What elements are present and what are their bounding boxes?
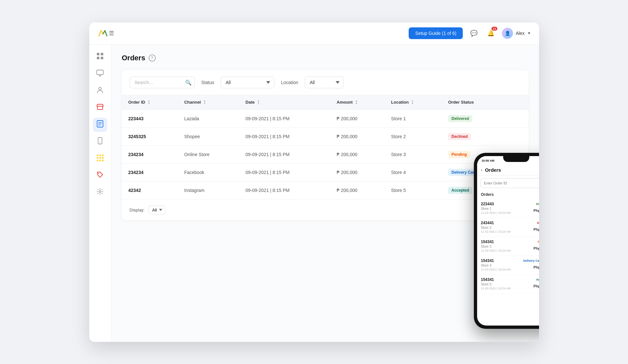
location-filter-select[interactable]: All Store 1 Store 2 Store 3 Store 4 Stor… bbox=[305, 77, 344, 88]
svg-point-15 bbox=[100, 143, 100, 143]
col-location[interactable]: Location ▲▼ bbox=[385, 95, 442, 110]
phone-search-input[interactable] bbox=[484, 181, 539, 185]
sidebar-item-tag[interactable] bbox=[93, 168, 107, 183]
cell-location: Store 2 bbox=[385, 128, 442, 146]
phone-status-badge: Delivered bbox=[534, 202, 539, 206]
sidebar-item-settings[interactable] bbox=[93, 185, 107, 200]
main-window: ☰ Setup Guide (1 of 6) 💬 🔔 11 👤 Alex ▼ bbox=[89, 22, 539, 342]
user-menu[interactable]: 👤 Alex ▼ bbox=[502, 28, 531, 39]
status-badge: Delivered bbox=[448, 115, 472, 122]
phone-status-badge: Declined bbox=[535, 221, 539, 225]
phone-order-date: 11-02-2021 | 10:24 AM bbox=[481, 249, 511, 252]
user-name-label: Alex bbox=[516, 31, 524, 36]
phone-order-amount: Php460.00 bbox=[533, 284, 539, 288]
phone-order-store: Store 1 bbox=[481, 207, 511, 211]
sidebar-item-monitor[interactable] bbox=[93, 67, 107, 81]
svg-rect-1 bbox=[97, 53, 99, 55]
col-order-id[interactable]: Order ID ▲▼ bbox=[122, 95, 178, 110]
cell-amount: ₱ 200,000 bbox=[330, 128, 385, 146]
cell-date: 09-09-2021 | 8:15 PM bbox=[239, 110, 330, 128]
phone-screen: 10:00 AM ▲ 📶 50 ‹ Orders 🔍 Order bbox=[477, 156, 539, 326]
cell-amount: ₱ 200,000 bbox=[330, 146, 385, 164]
phone-order-amount: Php120.00 bbox=[533, 227, 539, 231]
phone-list-item[interactable]: 154341 Pending Store 3 11-02-2021 | 10:2… bbox=[477, 237, 539, 256]
phone-time: 10:00 AM bbox=[482, 159, 494, 162]
svg-rect-23 bbox=[102, 157, 104, 159]
sort-icon-channel: ▲▼ bbox=[203, 100, 206, 105]
sidebar-item-orders[interactable] bbox=[93, 118, 107, 132]
app-logo bbox=[97, 27, 109, 39]
settings-icon bbox=[96, 188, 104, 197]
cell-location: Store 3 bbox=[385, 146, 442, 164]
status-badge: Pending bbox=[448, 151, 470, 158]
phone-list-item[interactable]: 154341 Accepted Store 5 11-02-2021 | 10:… bbox=[477, 275, 539, 294]
phone-order-date: 11-02-2021 | 10:24 AM bbox=[481, 287, 511, 290]
svg-point-25 bbox=[98, 173, 99, 174]
sidebar-item-user[interactable] bbox=[93, 84, 107, 98]
svg-rect-18 bbox=[97, 157, 98, 159]
table-row[interactable]: 3245325 Shopee 09-09-2021 | 8:15 PM ₱ 20… bbox=[122, 128, 529, 146]
sidebar-item-dashboard[interactable] bbox=[93, 50, 107, 64]
phone-header: ‹ Orders bbox=[477, 165, 539, 176]
menu-icon[interactable]: ☰ bbox=[109, 30, 114, 37]
phone-page-title: Orders bbox=[485, 167, 501, 173]
cell-amount: ₱ 200,000 bbox=[330, 164, 385, 182]
col-date[interactable]: Date ▲▼ bbox=[239, 95, 330, 110]
cell-channel: Online Store bbox=[178, 146, 239, 164]
table-row[interactable]: 223443 Lazada 09-09-2021 | 8:15 PM ₱ 200… bbox=[122, 110, 529, 128]
phone-order-store: Store 2 bbox=[481, 226, 511, 229]
phone-back-icon[interactable]: ‹ bbox=[481, 167, 483, 172]
notification-icon-button[interactable]: 🔔 11 bbox=[485, 27, 497, 39]
page-title: Orders bbox=[122, 54, 145, 62]
svg-rect-9 bbox=[97, 106, 103, 109]
col-amount[interactable]: Amount ▲▼ bbox=[330, 95, 385, 110]
phone-order-list: 223443 Delivered Store 1 11-02-2021 | 10… bbox=[477, 199, 539, 326]
cell-location: Store 5 bbox=[385, 182, 442, 199]
sidebar-item-grid[interactable] bbox=[93, 152, 107, 166]
mobile-icon bbox=[96, 137, 104, 146]
phone-list-item[interactable]: 243441 Declined Store 2 11-02-2021 | 10:… bbox=[477, 218, 539, 237]
cell-location: Store 4 bbox=[385, 164, 442, 182]
shop-icon bbox=[96, 103, 104, 112]
phone-frame: 10:00 AM ▲ 📶 50 ‹ Orders 🔍 Order bbox=[474, 153, 539, 329]
cell-date: 09-09-2021 | 8:15 PM bbox=[239, 128, 330, 146]
phone-list-item[interactable]: 223443 Delivered Store 1 11-02-2021 | 10… bbox=[477, 199, 539, 218]
cell-order-id: 223443 bbox=[122, 110, 178, 128]
table-row[interactable]: 42342 Instagram 09-09-2021 | 8:15 PM ₱ 2… bbox=[122, 182, 529, 199]
sidebar-item-shop[interactable] bbox=[93, 101, 107, 115]
table-header-row: Order ID ▲▼ Channel ▲▼ Date ▲▼ Amount ▲▼ bbox=[122, 95, 529, 110]
phone-order-store: Store 4 bbox=[481, 264, 511, 267]
cell-amount: ₱ 200,000 bbox=[330, 182, 385, 199]
phone-list-item[interactable]: 154341 Delivery Cancelled Store 4 11-02-… bbox=[477, 256, 539, 275]
tag-icon bbox=[96, 171, 104, 180]
cell-channel: Instagram bbox=[178, 182, 239, 199]
svg-rect-21 bbox=[99, 160, 101, 161]
phone-order-store: Store 5 bbox=[481, 283, 511, 286]
cell-channel: Shopee bbox=[178, 128, 239, 146]
phone-order-date: 11-02-2021 | 10:24 AM bbox=[481, 230, 511, 233]
monitor-icon bbox=[96, 69, 104, 78]
display-select[interactable]: All 10 25 50 bbox=[149, 206, 165, 214]
table-row[interactable]: 234234 Facebook 09-09-2021 | 8:15 PM ₱ 2… bbox=[122, 164, 529, 182]
filters-row: 🔍 Status All Delivered Declined Pending … bbox=[122, 70, 529, 95]
svg-rect-17 bbox=[99, 154, 101, 156]
table-row[interactable]: 234234 Online Store 09-09-2021 | 8:15 PM… bbox=[122, 146, 529, 164]
phone-order-amount: Php460.00 bbox=[533, 265, 539, 269]
location-filter-label: Location bbox=[281, 80, 298, 85]
phone-order-date: 11-02-2021 | 10:24 AM bbox=[481, 268, 511, 271]
help-icon[interactable]: ? bbox=[149, 54, 156, 62]
search-input-wrapper: 🔍 bbox=[130, 77, 195, 88]
cell-date: 09-09-2021 | 8:15 PM bbox=[239, 182, 330, 199]
phone-search-bar[interactable]: 🔍 bbox=[480, 178, 539, 188]
chevron-down-icon: ▼ bbox=[527, 31, 531, 36]
col-channel[interactable]: Channel ▲▼ bbox=[178, 95, 239, 110]
search-icon[interactable]: 🔍 bbox=[185, 79, 192, 85]
status-filter-select[interactable]: All Delivered Declined Pending Delivery … bbox=[221, 77, 274, 88]
chat-icon: 💬 bbox=[470, 30, 477, 37]
setup-guide-button[interactable]: Setup Guide (1 of 6) bbox=[409, 27, 463, 39]
chat-icon-button[interactable]: 💬 bbox=[468, 27, 480, 39]
cell-channel: Lazada bbox=[178, 110, 239, 128]
user-icon bbox=[96, 86, 104, 95]
phone-notch bbox=[503, 156, 529, 162]
sidebar-item-mobile[interactable] bbox=[93, 135, 107, 149]
